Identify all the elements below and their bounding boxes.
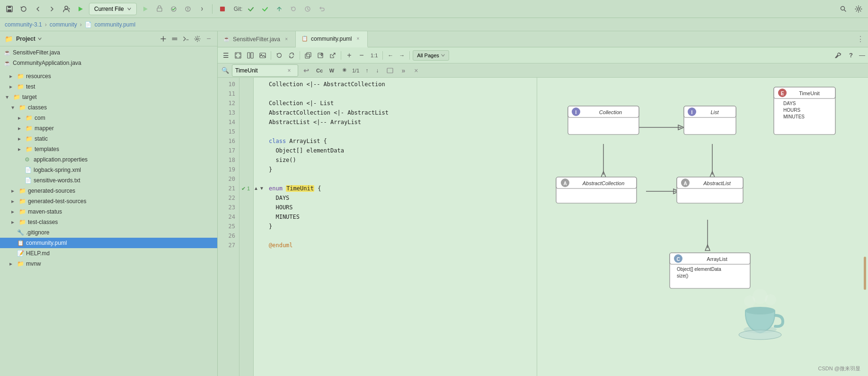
sidebar-item-test-classes[interactable]: 📁 test-classes (0, 217, 217, 227)
sidebar-item-classes[interactable]: 📁 classes (0, 102, 217, 113)
sidebar-item-mvnw[interactable]: 📁 mvnw (0, 259, 217, 269)
et-export-icon[interactable] (315, 50, 326, 61)
pinned-file-sensitivefilter[interactable]: ☕ SensitiveFilter.java (0, 47, 217, 58)
tree-label-gitignore: .gitignore (26, 229, 49, 236)
tabs-more-button[interactable]: ⋮ (853, 35, 868, 44)
sidebar-item-gen-test-src[interactable]: 📁 generated-test-sources (0, 196, 217, 206)
sidebar-item-logback[interactable]: 📄 logback-spring.xml (0, 165, 217, 175)
sidebar-minus-icon[interactable]: − (204, 34, 213, 44)
search-more-icon[interactable]: » (398, 65, 408, 76)
settings-icon[interactable] (853, 3, 864, 15)
tab-close-community[interactable]: × (355, 36, 362, 42)
git-history-icon[interactable] (302, 3, 313, 15)
sidebar-dropdown-icon[interactable] (37, 36, 42, 41)
save-icon[interactable] (4, 3, 15, 15)
code-area[interactable]: Collection <|-- AbstractCollection Colle… (263, 78, 537, 376)
git-check2-icon[interactable] (259, 3, 271, 15)
et-zoom-out-icon[interactable]: − (356, 50, 367, 61)
et-sync-icon[interactable] (286, 50, 297, 61)
git-check-icon[interactable] (245, 3, 257, 15)
git-file-icon: 🔧 (17, 229, 25, 236)
search-prev-icon[interactable]: ↑ (362, 66, 372, 75)
back-icon[interactable] (32, 3, 44, 15)
sidebar-item-resources[interactable]: 📁 resources (0, 71, 217, 81)
sidebar-item-com[interactable]: 📁 com (0, 113, 217, 123)
et-sep-4 (382, 51, 383, 60)
search-word-icon[interactable]: W (327, 65, 337, 76)
tab-sensitive-filter[interactable]: ☕ SensitiveFilter.java × (218, 31, 296, 47)
tab-community-puml[interactable]: 📋 community.puml × (296, 31, 367, 47)
current-file-button[interactable]: Current File (89, 3, 137, 15)
line-num: 17 (218, 146, 235, 155)
match-up-icon[interactable]: ▲ (254, 184, 258, 193)
sidebar-item-test[interactable]: 📁 test (0, 81, 217, 92)
all-pages-button[interactable]: All Pages (413, 50, 449, 61)
more-run-icon[interactable] (196, 3, 208, 15)
breadcrumb-file[interactable]: community.puml (95, 21, 135, 28)
et-refresh-icon[interactable] (274, 50, 284, 61)
expand-icon (9, 72, 17, 80)
git-rollback-icon[interactable] (288, 3, 299, 15)
search-case-icon[interactable]: Cc (314, 65, 325, 76)
sidebar-item-templates[interactable]: 📁 templates (0, 144, 217, 154)
et-image-icon[interactable] (257, 50, 268, 61)
et-link-icon[interactable] (328, 50, 338, 61)
breadcrumb-project[interactable]: community-3.1 (5, 21, 42, 28)
user-icon[interactable] (61, 3, 72, 15)
et-fit-icon[interactable] (233, 50, 243, 61)
et-menu-icon[interactable]: ☰ (221, 50, 231, 61)
code-line-24: MINUTES (269, 212, 531, 222)
vcs-stop-icon[interactable] (217, 3, 228, 15)
search-close-bar-icon[interactable]: ↩ (301, 65, 311, 76)
sidebar-item-sensitive[interactable]: 📄 sensitive-words.txt (0, 175, 217, 186)
analyze-icon[interactable] (182, 3, 194, 15)
et-sep-1 (271, 51, 271, 60)
sidebar-item-gen-src[interactable]: 📁 generated-sources (0, 186, 217, 196)
sidebar-item-gitignore[interactable]: 🔧 .gitignore (0, 227, 217, 238)
sidebar-item-target[interactable]: 📁 target (0, 92, 217, 102)
run-icon[interactable] (75, 3, 86, 15)
refresh-icon[interactable] (18, 3, 29, 15)
line-num: 26 (218, 231, 235, 241)
nav-next-icon[interactable]: → (397, 51, 407, 60)
sidebar-item-app-props[interactable]: ⚙ application.properties (0, 154, 217, 165)
search-multiline-icon[interactable] (385, 65, 395, 76)
et-copy-icon[interactable] (303, 50, 313, 61)
svg-rect-16 (248, 53, 250, 58)
debug-icon[interactable] (140, 3, 151, 15)
sidebar-item-community-puml[interactable]: 📋 community.puml (0, 238, 217, 248)
sidebar-add-icon[interactable] (159, 34, 168, 44)
et-wrench-icon[interactable] (833, 50, 843, 61)
git-push-icon[interactable] (274, 3, 285, 15)
sidebar-item-help-md[interactable]: 📝 HELP.md (0, 248, 217, 259)
et-help-icon[interactable]: ? (846, 50, 856, 61)
sidebar-sort-icon[interactable] (181, 34, 191, 44)
sidebar-gear-icon[interactable] (193, 34, 202, 44)
search-input[interactable] (235, 67, 283, 74)
build-icon[interactable] (154, 3, 165, 15)
sidebar-item-maven-status[interactable]: 📁 maven-status (0, 206, 217, 217)
svg-text:A: A (683, 181, 687, 186)
search-next-icon[interactable]: ↓ (372, 66, 382, 75)
svg-text:Object[] elementData: Object[] elementData (677, 267, 721, 272)
breadcrumb-module[interactable]: community (50, 21, 77, 28)
sidebar-item-mapper[interactable]: 📁 mapper (0, 123, 217, 134)
et-zoom-in-icon[interactable]: + (344, 50, 354, 61)
tab-close-sensitive[interactable]: × (283, 36, 290, 43)
search-regex-icon[interactable]: ✳ (339, 65, 349, 76)
git-revert-icon[interactable] (316, 3, 328, 15)
forward-icon[interactable] (46, 3, 58, 15)
svg-text:size(): size() (677, 273, 688, 278)
coverage-icon[interactable] (168, 3, 179, 15)
java-file-icon: ☕ (4, 49, 11, 56)
et-view-icon[interactable] (245, 50, 256, 61)
search-everywhere-icon[interactable] (838, 3, 849, 15)
tree-label-gen-test-src: generated-test-sources (28, 198, 86, 205)
pinned-file-communityapp[interactable]: ☕ CommunityApplication.java (0, 58, 217, 68)
sidebar-item-static[interactable]: 📁 static (0, 134, 217, 144)
sidebar-collapse-icon[interactable] (170, 34, 179, 44)
search-bar-close-icon[interactable]: × (411, 66, 421, 75)
search-clear-icon[interactable]: × (284, 66, 294, 75)
tree-label-help-md: HELP.md (26, 250, 50, 257)
nav-prev-icon[interactable]: ← (386, 51, 395, 60)
